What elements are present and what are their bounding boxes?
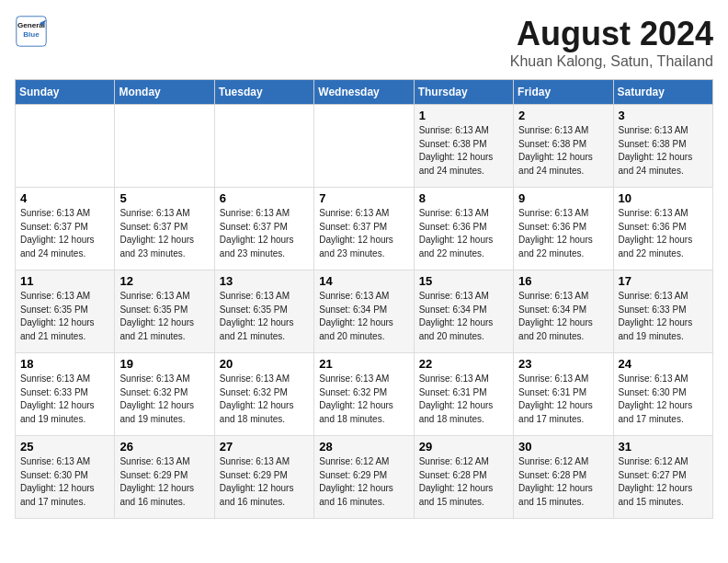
- day-info: Sunrise: 6:13 AM Sunset: 6:29 PM Dayligh…: [220, 455, 309, 509]
- calendar-cell: 25Sunrise: 6:13 AM Sunset: 6:30 PM Dayli…: [16, 436, 115, 519]
- day-info: Sunrise: 6:13 AM Sunset: 6:35 PM Dayligh…: [20, 290, 109, 343]
- calendar-cell: 27Sunrise: 6:13 AM Sunset: 6:29 PM Dayli…: [214, 436, 313, 519]
- day-info: Sunrise: 6:13 AM Sunset: 6:32 PM Dayligh…: [220, 373, 309, 426]
- page-title: August 2024: [510, 15, 713, 53]
- calendar-cell: [314, 105, 414, 188]
- day-info: Sunrise: 6:13 AM Sunset: 6:34 PM Dayligh…: [319, 290, 408, 343]
- calendar-cell: 4Sunrise: 6:13 AM Sunset: 6:37 PM Daylig…: [16, 188, 115, 270]
- day-info: Sunrise: 6:12 AM Sunset: 6:28 PM Dayligh…: [518, 455, 608, 509]
- day-info: Sunrise: 6:12 AM Sunset: 6:29 PM Dayligh…: [319, 455, 408, 509]
- calendar-cell: [214, 105, 313, 188]
- calendar-cell: 17Sunrise: 6:13 AM Sunset: 6:33 PM Dayli…: [613, 270, 712, 353]
- weekday-header-sunday: Sunday: [16, 80, 115, 105]
- day-number: 2: [518, 109, 608, 122]
- day-number: 4: [20, 191, 109, 205]
- day-number: 27: [220, 440, 309, 454]
- calendar-cell: 13Sunrise: 6:13 AM Sunset: 6:35 PM Dayli…: [214, 270, 313, 353]
- page-header: General Blue August 2024 Khuan Kalong, S…: [15, 15, 713, 70]
- calendar-cell: 20Sunrise: 6:13 AM Sunset: 6:32 PM Dayli…: [214, 353, 313, 436]
- calendar-cell: 3Sunrise: 6:13 AM Sunset: 6:38 PM Daylig…: [613, 105, 712, 188]
- day-number: 22: [419, 357, 508, 371]
- day-info: Sunrise: 6:13 AM Sunset: 6:29 PM Dayligh…: [119, 455, 209, 509]
- calendar-week-row: 1Sunrise: 6:13 AM Sunset: 6:38 PM Daylig…: [16, 105, 713, 188]
- day-number: 15: [419, 274, 508, 288]
- day-info: Sunrise: 6:13 AM Sunset: 6:35 PM Dayligh…: [220, 290, 309, 343]
- day-number: 11: [20, 274, 109, 288]
- calendar-cell: [115, 105, 214, 188]
- calendar-cell: 31Sunrise: 6:12 AM Sunset: 6:27 PM Dayli…: [613, 436, 712, 519]
- calendar-cell: 15Sunrise: 6:13 AM Sunset: 6:34 PM Dayli…: [414, 270, 513, 353]
- weekday-header-wednesday: Wednesday: [314, 80, 414, 105]
- calendar-cell: 1Sunrise: 6:13 AM Sunset: 6:38 PM Daylig…: [414, 105, 513, 188]
- day-info: Sunrise: 6:13 AM Sunset: 6:34 PM Dayligh…: [419, 290, 508, 343]
- weekday-header-tuesday: Tuesday: [214, 80, 313, 105]
- calendar-cell: 2Sunrise: 6:13 AM Sunset: 6:38 PM Daylig…: [514, 105, 613, 188]
- calendar-cell: 23Sunrise: 6:13 AM Sunset: 6:31 PM Dayli…: [514, 353, 613, 436]
- day-number: 3: [619, 109, 708, 122]
- day-info: Sunrise: 6:13 AM Sunset: 6:33 PM Dayligh…: [619, 290, 708, 343]
- day-number: 13: [220, 274, 309, 288]
- day-number: 1: [419, 109, 508, 122]
- day-number: 25: [20, 440, 109, 454]
- day-info: Sunrise: 6:13 AM Sunset: 6:37 PM Dayligh…: [220, 207, 309, 260]
- calendar-cell: 5Sunrise: 6:13 AM Sunset: 6:37 PM Daylig…: [115, 188, 214, 270]
- calendar-cell: 19Sunrise: 6:13 AM Sunset: 6:32 PM Dayli…: [115, 353, 214, 436]
- day-info: Sunrise: 6:13 AM Sunset: 6:31 PM Dayligh…: [518, 373, 608, 426]
- calendar-week-row: 18Sunrise: 6:13 AM Sunset: 6:33 PM Dayli…: [16, 353, 713, 436]
- day-info: Sunrise: 6:13 AM Sunset: 6:38 PM Dayligh…: [419, 124, 508, 178]
- calendar-week-row: 4Sunrise: 6:13 AM Sunset: 6:37 PM Daylig…: [16, 188, 713, 270]
- logo: General Blue: [15, 15, 48, 48]
- day-number: 10: [619, 191, 708, 205]
- weekday-header-thursday: Thursday: [414, 80, 513, 105]
- calendar-cell: 10Sunrise: 6:13 AM Sunset: 6:36 PM Dayli…: [613, 188, 712, 270]
- day-number: 17: [619, 274, 708, 288]
- calendar-cell: 18Sunrise: 6:13 AM Sunset: 6:33 PM Dayli…: [16, 353, 115, 436]
- calendar-cell: 29Sunrise: 6:12 AM Sunset: 6:28 PM Dayli…: [414, 436, 513, 519]
- day-number: 7: [319, 191, 408, 205]
- day-number: 18: [20, 357, 109, 371]
- day-number: 21: [319, 357, 408, 371]
- day-number: 31: [619, 440, 708, 454]
- day-info: Sunrise: 6:13 AM Sunset: 6:37 PM Dayligh…: [20, 207, 109, 260]
- calendar-cell: 9Sunrise: 6:13 AM Sunset: 6:36 PM Daylig…: [514, 188, 613, 270]
- calendar-week-row: 11Sunrise: 6:13 AM Sunset: 6:35 PM Dayli…: [16, 270, 713, 353]
- weekday-header-friday: Friday: [514, 80, 613, 105]
- page-subtitle: Khuan Kalong, Satun, Thailand: [510, 53, 713, 70]
- weekday-header-row: SundayMondayTuesdayWednesdayThursdayFrid…: [16, 80, 713, 105]
- day-number: 12: [119, 274, 209, 288]
- calendar-cell: 22Sunrise: 6:13 AM Sunset: 6:31 PM Dayli…: [414, 353, 513, 436]
- svg-text:Blue: Blue: [23, 30, 40, 39]
- day-number: 19: [119, 357, 209, 371]
- day-info: Sunrise: 6:13 AM Sunset: 6:32 PM Dayligh…: [119, 373, 209, 426]
- calendar-cell: 14Sunrise: 6:13 AM Sunset: 6:34 PM Dayli…: [314, 270, 414, 353]
- day-number: 29: [419, 440, 508, 454]
- calendar-table: SundayMondayTuesdayWednesdayThursdayFrid…: [15, 79, 713, 519]
- day-info: Sunrise: 6:13 AM Sunset: 6:33 PM Dayligh…: [20, 373, 109, 426]
- day-number: 5: [119, 191, 209, 205]
- calendar-week-row: 25Sunrise: 6:13 AM Sunset: 6:30 PM Dayli…: [16, 436, 713, 519]
- day-info: Sunrise: 6:13 AM Sunset: 6:32 PM Dayligh…: [319, 373, 408, 426]
- day-info: Sunrise: 6:13 AM Sunset: 6:30 PM Dayligh…: [20, 455, 109, 509]
- day-info: Sunrise: 6:12 AM Sunset: 6:28 PM Dayligh…: [419, 455, 508, 509]
- calendar-cell: 8Sunrise: 6:13 AM Sunset: 6:36 PM Daylig…: [414, 188, 513, 270]
- calendar-cell: [16, 105, 115, 188]
- calendar-cell: 30Sunrise: 6:12 AM Sunset: 6:28 PM Dayli…: [514, 436, 613, 519]
- day-info: Sunrise: 6:13 AM Sunset: 6:36 PM Dayligh…: [518, 207, 608, 260]
- day-number: 14: [319, 274, 408, 288]
- weekday-header-monday: Monday: [115, 80, 214, 105]
- title-block: August 2024 Khuan Kalong, Satun, Thailan…: [510, 15, 713, 70]
- day-number: 24: [619, 357, 708, 371]
- day-number: 30: [518, 440, 608, 454]
- day-info: Sunrise: 6:13 AM Sunset: 6:37 PM Dayligh…: [319, 207, 408, 260]
- calendar-cell: 24Sunrise: 6:13 AM Sunset: 6:30 PM Dayli…: [613, 353, 712, 436]
- day-info: Sunrise: 6:13 AM Sunset: 6:38 PM Dayligh…: [518, 124, 608, 178]
- calendar-cell: 12Sunrise: 6:13 AM Sunset: 6:35 PM Dayli…: [115, 270, 214, 353]
- day-number: 8: [419, 191, 508, 205]
- day-number: 26: [119, 440, 209, 454]
- calendar-cell: 6Sunrise: 6:13 AM Sunset: 6:37 PM Daylig…: [214, 188, 313, 270]
- calendar-cell: 21Sunrise: 6:13 AM Sunset: 6:32 PM Dayli…: [314, 353, 414, 436]
- day-info: Sunrise: 6:13 AM Sunset: 6:31 PM Dayligh…: [419, 373, 508, 426]
- day-info: Sunrise: 6:13 AM Sunset: 6:36 PM Dayligh…: [619, 207, 708, 260]
- calendar-cell: 7Sunrise: 6:13 AM Sunset: 6:37 PM Daylig…: [314, 188, 414, 270]
- calendar-cell: 28Sunrise: 6:12 AM Sunset: 6:29 PM Dayli…: [314, 436, 414, 519]
